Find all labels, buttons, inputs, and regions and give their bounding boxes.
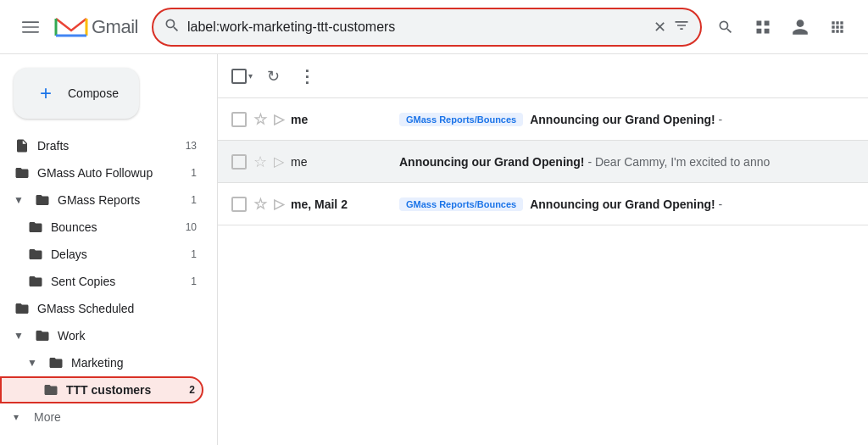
email-checkbox-2[interactable] <box>231 154 247 170</box>
email-list: ☆ ▷ me GMass Reports/Bounces Announcing … <box>218 98 868 445</box>
svg-rect-0 <box>22 21 39 23</box>
email-star-2[interactable]: ☆ <box>253 153 267 171</box>
table-row[interactable]: ☆ ▷ me, Mail 2 GMass Reports/Bounces Ann… <box>218 183 868 225</box>
compose-label: Compose <box>68 86 119 100</box>
header-icons <box>709 10 854 44</box>
email-star-1[interactable]: ☆ <box>253 110 267 129</box>
search-bar: ✕ <box>152 8 702 47</box>
sidebar-item-ttt-customers[interactable]: TTT customers 2 <box>0 376 203 403</box>
sidebar-item-work[interactable]: ▼ Work <box>0 322 203 349</box>
search-input[interactable] <box>187 19 647 35</box>
marketing-expand-icon: ▼ <box>27 357 41 369</box>
search-icon <box>164 17 181 36</box>
gmass-reports-count: 1 <box>191 194 197 206</box>
gmass-scheduled-label: GMass Scheduled <box>37 302 197 315</box>
refresh-button[interactable]: ↻ <box>259 63 287 90</box>
compose-button[interactable]: + Compose <box>14 68 139 119</box>
sent-copies-icon <box>27 273 44 290</box>
gmass-followup-label: GMass Auto Followup <box>37 166 184 180</box>
gmail-m-icon <box>54 15 88 39</box>
email-sender-3: me, Mail 2 <box>291 197 392 211</box>
sidebar-item-gmass-reports[interactable]: ▼ GMass Reports 1 <box>0 186 203 214</box>
bounces-count: 10 <box>186 221 197 233</box>
marketing-icon <box>47 354 64 371</box>
gmass-reports-expand-icon: ▼ <box>14 194 27 206</box>
header: Gmail ✕ <box>0 0 868 54</box>
gmass-followup-count: 1 <box>191 167 197 179</box>
more-options-button[interactable]: ⋮ <box>293 63 320 90</box>
email-star-3[interactable]: ☆ <box>253 195 267 214</box>
email-checkbox-3[interactable] <box>231 197 247 212</box>
sent-copies-label: Sent Copies <box>51 275 184 288</box>
email-subject-3: Announcing our Grand Opening! - <box>530 197 854 211</box>
hamburger-button[interactable] <box>14 10 47 44</box>
grid-button[interactable] <box>746 10 780 44</box>
delays-icon <box>27 246 44 263</box>
more-label: More <box>34 410 197 424</box>
ttt-customers-count: 2 <box>189 384 195 396</box>
search-button[interactable] <box>709 10 743 44</box>
email-subject-2: Announcing our Grand Opening! - Dear Cam… <box>399 155 854 169</box>
email-sender-2: me <box>291 155 392 169</box>
sidebar-item-drafts[interactable]: Drafts 13 <box>0 132 203 159</box>
search-filter-button[interactable] <box>673 17 690 36</box>
gmass-reports-icon <box>34 192 51 209</box>
delays-label: Delays <box>51 248 184 261</box>
email-label-tag-3[interactable]: GMass Reports/Bounces <box>399 197 523 211</box>
sidebar-item-gmass-scheduled[interactable]: GMass Scheduled <box>0 295 203 322</box>
gmass-reports-label: GMass Reports <box>58 193 184 207</box>
svg-rect-2 <box>22 31 39 33</box>
sidebar-item-delays[interactable]: Delays 1 <box>0 241 203 268</box>
table-row[interactable]: ☆ ▷ me Announcing our Grand Opening! - D… <box>218 141 868 183</box>
sent-copies-count: 1 <box>191 275 197 287</box>
marketing-label: Marketing <box>71 356 197 370</box>
email-forward-1[interactable]: ▷ <box>274 111 284 127</box>
sidebar-item-marketing[interactable]: ▼ Marketing <box>0 349 203 376</box>
ttt-customers-icon <box>42 381 59 398</box>
search-bar-wrapper: ✕ <box>152 8 702 47</box>
email-toolbar: ▾ ↻ ⋮ <box>218 54 868 98</box>
email-checkbox-1[interactable] <box>231 112 247 127</box>
table-row[interactable]: ☆ ▷ me GMass Reports/Bounces Announcing … <box>218 98 868 141</box>
logo-area: Gmail <box>54 15 138 39</box>
select-all-checkbox[interactable] <box>231 69 247 84</box>
drafts-label: Drafts <box>37 139 179 153</box>
work-expand-icon: ▼ <box>14 330 27 342</box>
more-expand-icon: ▾ <box>14 411 27 423</box>
sidebar: + Compose Drafts 13 GMass Auto Followup … <box>0 54 217 445</box>
work-label: Work <box>58 329 197 342</box>
search-clear-button[interactable]: ✕ <box>654 18 666 36</box>
bounces-icon <box>27 219 44 236</box>
email-forward-3[interactable]: ▷ <box>274 196 284 212</box>
email-sender-1: me <box>291 113 392 126</box>
gmass-followup-icon <box>14 164 31 181</box>
email-subject-1: Announcing our Grand Opening! - <box>530 113 854 126</box>
svg-rect-1 <box>22 26 39 28</box>
ttt-customers-label: TTT customers <box>66 383 182 397</box>
bounces-label: Bounces <box>51 220 179 234</box>
delays-count: 1 <box>191 248 197 260</box>
sidebar-item-sent-copies[interactable]: Sent Copies 1 <box>0 268 203 295</box>
select-dropdown-arrow[interactable]: ▾ <box>248 71 253 81</box>
main-panel: ▾ ↻ ⋮ ☆ ▷ me GMass Reports/Bounces Annou… <box>217 54 868 445</box>
email-label-tag-1[interactable]: GMass Reports/Bounces <box>399 113 523 126</box>
sidebar-item-bounces[interactable]: Bounces 10 <box>0 214 203 241</box>
gmail-wordmark: Gmail <box>92 16 138 38</box>
work-icon <box>34 327 51 344</box>
gmass-scheduled-icon <box>14 300 31 317</box>
drafts-count: 13 <box>186 140 197 152</box>
apps-button[interactable] <box>821 10 854 44</box>
email-forward-2[interactable]: ▷ <box>274 153 284 170</box>
layout: + Compose Drafts 13 GMass Auto Followup … <box>0 54 868 445</box>
select-all-area: ▾ <box>231 69 253 84</box>
sidebar-item-more[interactable]: ▾ More <box>0 403 203 431</box>
account-button[interactable] <box>783 10 817 44</box>
drafts-icon <box>14 137 31 154</box>
compose-plus-icon: + <box>34 81 58 105</box>
sidebar-item-gmass-auto-followup[interactable]: GMass Auto Followup 1 <box>0 159 203 186</box>
